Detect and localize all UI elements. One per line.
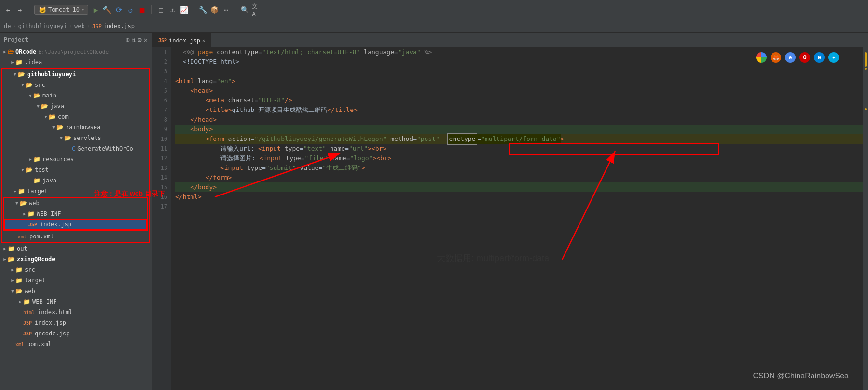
- tree-label-test-java: java: [42, 177, 56, 184]
- project-sidebar: Project ⊕ ⇅ ⚙ ✕ ▶ 🗁 QRcode E:\Java\proje…: [0, 33, 152, 390]
- toolbar-sep-3: [193, 5, 193, 14]
- code-line-15: </body>: [175, 182, 868, 192]
- code-line-6: <meta charset="UTF-8"/>: [175, 96, 868, 105]
- tab-label-indexjsp: index.jsp: [169, 37, 200, 44]
- tree-label-java: java: [50, 103, 64, 110]
- tree-item-githubliuyueyi[interactable]: ▼ 📂 githubliuyueyi: [2, 69, 149, 80]
- tree-item-java[interactable]: ▼ 📂 java: [2, 101, 149, 111]
- tab-jsp-icon: JSP: [158, 38, 167, 43]
- stop-button[interactable]: ■: [138, 5, 146, 14]
- tree-item-zxingqrcode[interactable]: ▶ 📂 zxingQRcode: [0, 254, 152, 265]
- folder-icon-main: 📂: [33, 92, 41, 99]
- tree-item-out[interactable]: ▶ 📁 out: [0, 243, 152, 254]
- xml-file-icon: xml: [18, 234, 27, 239]
- breadcrumb-githubliuyueyi[interactable]: githubliuyueyi: [18, 23, 67, 29]
- jsp-file-icon: JSP: [28, 222, 37, 227]
- tree-item-idea[interactable]: ▶ 📁 .idea: [0, 57, 152, 68]
- edge-icon: e: [785, 52, 796, 63]
- sidebar-gear-icon[interactable]: ⚙: [138, 36, 141, 43]
- folder-icon-src: 📂: [26, 82, 33, 88]
- tree-item-zx-src[interactable]: ▶ 📁 src: [0, 265, 152, 275]
- sidebar-add-icon[interactable]: ⊕: [125, 36, 129, 43]
- tree-item-qrcode[interactable]: ▶ 🗁 QRcode E:\Java\project\QRcode: [0, 46, 152, 57]
- tree-item-zx-indexhtml[interactable]: html index.html: [0, 307, 152, 318]
- tree-item-servlets[interactable]: ▼ 📂 servlets: [2, 133, 149, 143]
- sync-button[interactable]: ⟳: [114, 5, 123, 14]
- tree-label-generatewithqrco: GenerateWithQrCo: [77, 145, 133, 152]
- tree-label-src: src: [35, 82, 45, 88]
- tree-item-zx-qrcodejsp[interactable]: JSP qrcode.jsp: [0, 328, 152, 339]
- tree-item-zx-indexjsp[interactable]: JSP index.jsp: [0, 318, 152, 328]
- deploy-button[interactable]: 📦: [210, 5, 219, 14]
- folder-icon-webinf: 📁: [28, 210, 35, 217]
- code-line-9: <body>: [175, 125, 868, 134]
- mini-scrollbar[interactable]: [863, 47, 868, 390]
- run-button[interactable]: ▶: [91, 5, 100, 14]
- tree-label-webinf: WEB-INF: [37, 210, 61, 217]
- tree-item-webinf[interactable]: ▶ 📁 WEB-INF: [4, 209, 147, 219]
- tree-item-src[interactable]: ▼ 📂 src: [2, 80, 149, 90]
- code-line-14: </form>: [175, 173, 868, 182]
- build-button[interactable]: 🔨: [103, 5, 111, 14]
- profile-button[interactable]: 📈: [179, 5, 188, 14]
- tree-item-zx-target[interactable]: ▶ 📁 target: [0, 275, 152, 286]
- sidebar-close-icon[interactable]: ✕: [144, 36, 148, 43]
- tree-item-test[interactable]: ▼ 📂 test: [2, 165, 149, 175]
- tree-label-servlets: servlets: [73, 135, 101, 141]
- attach-button[interactable]: ⚓: [168, 5, 177, 14]
- coverage-button[interactable]: ◫: [156, 5, 165, 14]
- breadcrumb-indexjsp[interactable]: JSPindex.jsp: [92, 23, 135, 29]
- reload-button[interactable]: ↺: [126, 5, 135, 14]
- tree-label-rainbowsea: rainbowsea: [66, 124, 100, 131]
- folder-icon-servlets: 📂: [64, 135, 71, 141]
- more-button[interactable]: ⋯: [221, 5, 230, 14]
- main-layout: Project ⊕ ⇅ ⚙ ✕ ▶ 🗁 QRcode E:\Java\proje…: [0, 33, 868, 390]
- tree-label-githubliuyueyi: githubliuyueyi: [27, 71, 76, 78]
- tree-label-zx-indexjsp: index.jsp: [35, 320, 66, 326]
- folder-icon-test-java: 📁: [33, 177, 41, 184]
- folder-icon-java: 📂: [41, 103, 48, 110]
- tree-item-rainbowsea[interactable]: ▼ 📂 rainbowsea: [2, 122, 149, 133]
- tree-item-test-java[interactable]: 📁 java: [2, 175, 149, 186]
- editor-tab-indexjsp[interactable]: JSP index.jsp ✕: [152, 33, 211, 47]
- tree-item-com[interactable]: ▼ 📂 com: [2, 111, 149, 122]
- tree-label-idea: .idea: [25, 59, 42, 66]
- code-line-12: 请选择图片: <input type="file" name="logo"><b…: [175, 153, 868, 163]
- toolbar-sep-1: [29, 5, 29, 14]
- tree-item-web[interactable]: ▼ 📂 web: [4, 198, 147, 209]
- code-line-13: <input type="submit" value="生成二维码">: [175, 163, 868, 173]
- tab-close-button[interactable]: ✕: [202, 38, 205, 43]
- folder-icon-resources: 📁: [33, 156, 41, 163]
- tree-item-zx-pom[interactable]: xml pom.xml: [0, 339, 152, 349]
- tree-item-pom[interactable]: xml pom.xml: [2, 231, 149, 242]
- translate-button[interactable]: 文A: [252, 5, 261, 14]
- opera-icon: O: [799, 52, 810, 63]
- tree-label-main: main: [42, 92, 56, 99]
- tree-item-zx-web[interactable]: ▼ 📂 web: [0, 286, 152, 296]
- back-button[interactable]: ←: [4, 5, 13, 14]
- run-config-dropdown-icon: ▼: [82, 7, 84, 12]
- folder-icon-idea: 📁: [15, 59, 23, 66]
- tree-item-indexjsp[interactable]: JSP index.jsp: [4, 219, 147, 230]
- tree-label-test: test: [35, 167, 49, 173]
- breadcrumb-de[interactable]: de: [4, 23, 11, 29]
- toolbar-sep-4: [235, 5, 235, 14]
- tree-item-zx-webinf[interactable]: ▶ 📁 WEB-INF: [0, 296, 152, 307]
- wrench-button[interactable]: 🔧: [198, 5, 207, 14]
- tree-label-indexjsp: index.jsp: [40, 221, 71, 228]
- tree-item-generatewithqrco[interactable]: C GenerateWithQrCo: [2, 143, 149, 154]
- sidebar-title: Project: [4, 36, 124, 43]
- code-editor[interactable]: <%@ page contentType="text/html; charset…: [171, 47, 868, 390]
- run-config-label: Tomcat 10: [48, 6, 80, 13]
- search-button[interactable]: 🔍: [240, 5, 249, 14]
- tree-label-com: com: [58, 113, 69, 120]
- tree-item-main[interactable]: ▼ 📂 main: [2, 90, 149, 101]
- forward-button[interactable]: →: [15, 5, 24, 14]
- breadcrumb-web[interactable]: web: [74, 23, 85, 29]
- run-config-selector[interactable]: 🐱 Tomcat 10 ▼: [34, 5, 88, 15]
- sidebar-sort-icon[interactable]: ⇅: [132, 36, 136, 43]
- tree-item-target[interactable]: ▶ 📁 target: [2, 186, 149, 196]
- tree-label-target: target: [27, 188, 48, 195]
- code-line-17: [175, 202, 868, 211]
- tree-item-resources[interactable]: ▶ 📁 resources: [2, 154, 149, 165]
